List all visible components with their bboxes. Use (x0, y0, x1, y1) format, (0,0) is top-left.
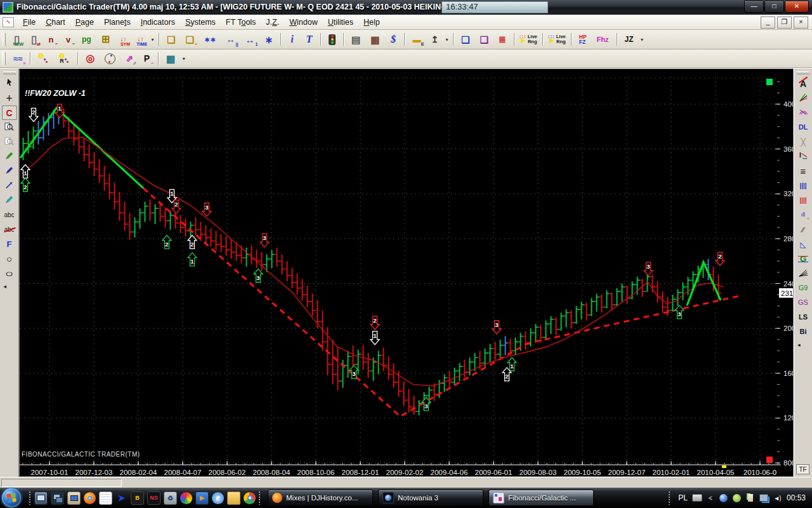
marker-pen-tool[interactable] (2, 193, 17, 208)
toolbar-dropdown-arrow[interactable]: ▾ (639, 32, 646, 48)
folder-icon[interactable] (227, 491, 240, 505)
bird-app-icon[interactable]: ➤ (115, 492, 128, 504)
compress-bars-button[interactable]: ∗∗ (200, 32, 220, 48)
menu-help[interactable]: Help (358, 17, 385, 28)
trendline-tool[interactable] (2, 178, 17, 193)
paint-app-icon[interactable] (180, 492, 192, 504)
menu-page[interactable]: Page (70, 17, 99, 28)
target-rings-button[interactable]: ◎ (81, 51, 99, 67)
toolbar-dropdown-arrow[interactable]: ▾ (443, 32, 450, 48)
ns-app-icon[interactable]: NS (147, 491, 160, 505)
expand-bars-button[interactable]: ↔|| (221, 32, 239, 48)
maximize-button[interactable]: □ (764, 1, 784, 13)
page-button[interactable]: pg (77, 32, 96, 48)
clock-tray-icon[interactable] (732, 493, 742, 503)
arc-tool[interactable] (796, 105, 811, 120)
pencil-green-tool[interactable] (2, 149, 17, 164)
task-firefox[interactable]: Mixes | DJHistory.co... (268, 490, 373, 506)
taskbar-grip[interactable] (258, 491, 261, 505)
fibonacci-f-tool[interactable]: F (2, 237, 17, 251)
mdi-minimize-button[interactable]: _ (761, 17, 775, 29)
bi-tool[interactable]: Bi (796, 324, 811, 339)
internet-explorer-icon[interactable]: e (212, 492, 224, 504)
planet-clock-button[interactable] (100, 51, 120, 67)
menu-systems[interactable]: Systems (180, 17, 221, 28)
hp-fz-button[interactable]: HPFZ (575, 32, 591, 48)
calendar-button[interactable]: ▦ (366, 32, 384, 48)
firefox-icon[interactable] (84, 492, 96, 504)
toolbar-grip[interactable] (3, 33, 6, 46)
horizontal-lines-tool[interactable]: ≡ (796, 164, 811, 178)
gann-angle-tool[interactable]: A (796, 76, 811, 91)
bar-signals-tool[interactable]: ıll▪ (796, 208, 811, 222)
compare-pages-purple-button[interactable]: ❏ (476, 32, 493, 48)
menu-fttools[interactable]: FT Tools (221, 17, 261, 28)
cross-lines-tool[interactable]: ╳ (796, 135, 811, 149)
vertical-lines-red-tool[interactable]: |||| (796, 193, 811, 208)
menu-file[interactable]: File (18, 17, 41, 28)
fhz-button[interactable]: Fhz (593, 32, 613, 48)
volume-icon[interactable]: ◄) (772, 493, 782, 503)
media-folder-icon[interactable] (67, 491, 81, 505)
chevron-icon[interactable]: < (705, 493, 716, 503)
time-button[interactable]: ↓↑TIME (133, 32, 148, 48)
symbol-button[interactable]: ↓↑SYM (115, 32, 131, 48)
jz-button[interactable]: JZ (620, 32, 638, 48)
circle-tool[interactable]: ○ (2, 251, 17, 266)
biorhythm-button[interactable]: ≈≈≈ (9, 51, 27, 67)
new-window-button[interactable]: ❏+ (181, 32, 199, 48)
dl-tool[interactable]: DL (796, 120, 811, 135)
info-button[interactable]: i (284, 32, 300, 48)
measure-button[interactable]: ▬E (408, 32, 425, 48)
dollar-button[interactable]: $ (385, 32, 401, 48)
power-icon[interactable] (745, 493, 756, 503)
pencil-blue-tool[interactable] (2, 164, 17, 178)
price-chart[interactable]: 21121232213321333123322007-10-012007-12-… (20, 69, 794, 477)
taskbar-grip[interactable] (29, 491, 32, 505)
toolbar-grip[interactable] (3, 52, 6, 65)
zoom-window-tool[interactable] (2, 120, 17, 135)
text-abc-tool[interactable]: abc (2, 208, 17, 222)
gann-grid-tool[interactable]: G (796, 251, 811, 266)
bars-n-button[interactable]: nʳʳ (43, 32, 59, 48)
toolbar-dropdown-arrow[interactable]: ▾ (149, 32, 156, 48)
menu-window[interactable]: Window (284, 17, 322, 28)
network-icon[interactable] (759, 493, 769, 503)
menu-chart[interactable]: Chart (41, 17, 70, 28)
orb-tray-icon[interactable] (719, 493, 729, 503)
planet-dots-button[interactable] (34, 51, 53, 67)
print-button[interactable]: ▤ (347, 32, 365, 48)
ephemeris-table-button[interactable]: ▦ (162, 51, 180, 67)
taskbar-clock[interactable]: 00:53 (787, 493, 806, 502)
window-grid-button[interactable]: ⊞ (97, 32, 114, 48)
recycle-bin-icon[interactable]: ♻ (164, 491, 177, 505)
window-switcher-icon[interactable] (51, 491, 64, 505)
pan-chart-button[interactable]: ↔1 (240, 32, 259, 48)
compare-pages-blue-button[interactable]: ❏ (457, 32, 474, 48)
taskbar-grip[interactable] (668, 491, 671, 505)
toolbar-dropdown-arrow[interactable]: ▾ (180, 51, 187, 67)
minimize-button[interactable]: — (744, 1, 764, 13)
chrome-icon[interactable] (244, 492, 256, 504)
bat-app-icon[interactable]: B (131, 491, 144, 505)
notepad-icon[interactable] (99, 491, 112, 505)
mdi-close-button[interactable]: × (794, 17, 808, 29)
menu-utilities[interactable]: Utilities (323, 17, 358, 28)
gs-tool[interactable]: GS (796, 295, 811, 310)
i-retracement-tool[interactable]: I (796, 149, 811, 164)
close-button[interactable]: ✕ (785, 1, 809, 13)
pointer-tool[interactable] (2, 76, 17, 91)
menu-indicators[interactable]: Indicators (136, 17, 180, 28)
crosshair-tool[interactable]: + (2, 91, 17, 105)
open-symbol-button[interactable]: ▯⇄ (26, 32, 42, 48)
language-indicator[interactable]: PL (678, 493, 688, 502)
keyboard-icon[interactable] (692, 493, 702, 503)
palette-scroll-arrow[interactable]: ◂ (2, 283, 7, 290)
ellipse-tool[interactable]: ○ (2, 266, 17, 281)
text-tool-button[interactable]: T (301, 32, 317, 48)
align-button[interactable]: ∗ (260, 32, 277, 48)
g9-tool[interactable]: G9 (796, 281, 811, 295)
traffic-light-button[interactable] (324, 32, 340, 48)
show-desktop-icon[interactable] (34, 491, 48, 505)
ls-tool[interactable]: LS (796, 310, 811, 324)
